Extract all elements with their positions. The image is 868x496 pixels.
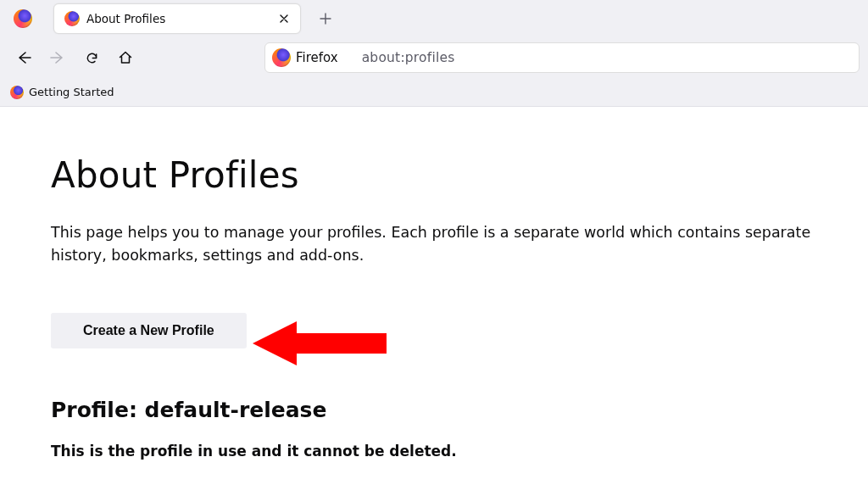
identity-firefox-icon (272, 48, 291, 67)
bookmarks-toolbar: Getting Started (0, 78, 868, 107)
nav-home-button[interactable] (110, 42, 141, 73)
tab-strip: About Profiles (0, 0, 868, 37)
navigation-toolbar: Firefox about:profiles (0, 37, 868, 78)
bookmark-favicon-firefox-icon (10, 86, 24, 99)
page-title: About Profiles (51, 154, 868, 196)
identity-label: Firefox (296, 50, 342, 65)
bookmark-label: Getting Started (29, 86, 114, 98)
identity-box[interactable]: Firefox (269, 47, 350, 69)
page-content: About Profiles This page helps you to ma… (0, 107, 868, 460)
nav-forward-button (42, 42, 73, 73)
url-text: about:profiles (362, 50, 455, 65)
profile-heading: Profile: default-release (51, 398, 868, 422)
profile-in-use-text: This is the profile in use and it cannot… (51, 443, 868, 460)
new-tab-button[interactable] (313, 6, 338, 31)
url-bar[interactable]: Firefox about:profiles (264, 42, 860, 73)
page-description: This page helps you to manage your profi… (51, 221, 865, 267)
nav-back-button[interactable] (8, 42, 39, 73)
firefox-app-icon (9, 9, 36, 28)
tab-title: About Profiles (86, 12, 276, 25)
nav-reload-button[interactable] (76, 42, 107, 73)
create-new-profile-button[interactable]: Create a New Profile (51, 313, 247, 348)
browser-tab[interactable]: About Profiles (53, 3, 301, 34)
tab-close-icon[interactable] (276, 11, 292, 26)
tab-favicon-firefox-icon (64, 11, 80, 26)
bookmark-getting-started[interactable]: Getting Started (10, 86, 114, 99)
